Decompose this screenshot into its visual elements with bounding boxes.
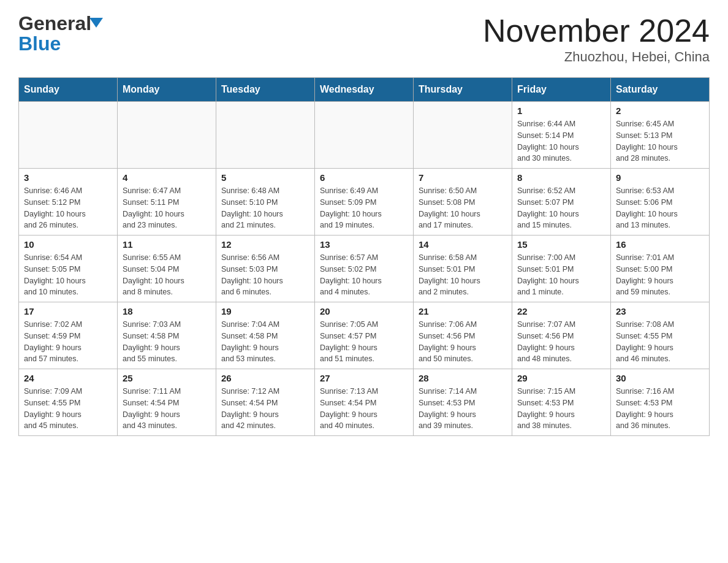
weekday-header-wednesday: Wednesday bbox=[315, 78, 414, 102]
day-number: 14 bbox=[419, 239, 507, 250]
day-info: Sunrise: 6:48 AM Sunset: 5:10 PM Dayligh… bbox=[221, 185, 309, 231]
day-number: 3 bbox=[24, 172, 112, 183]
day-info: Sunrise: 6:46 AM Sunset: 5:12 PM Dayligh… bbox=[24, 185, 112, 231]
day-info: Sunrise: 7:00 AM Sunset: 5:01 PM Dayligh… bbox=[517, 252, 605, 298]
day-number: 9 bbox=[616, 172, 704, 183]
day-number: 10 bbox=[24, 239, 112, 250]
calendar-title-block: November 2024 Zhuozhou, Hebei, China bbox=[483, 12, 710, 65]
day-number: 21 bbox=[419, 306, 507, 316]
day-number: 29 bbox=[517, 373, 605, 383]
day-number: 23 bbox=[616, 306, 704, 316]
day-number: 22 bbox=[517, 306, 605, 316]
day-number: 19 bbox=[221, 306, 309, 316]
day-info: Sunrise: 7:01 AM Sunset: 5:00 PM Dayligh… bbox=[616, 252, 704, 298]
calendar-cell: 16Sunrise: 7:01 AM Sunset: 5:00 PM Dayli… bbox=[611, 236, 710, 302]
day-number: 2 bbox=[616, 105, 704, 116]
week-row-3: 10Sunrise: 6:54 AM Sunset: 5:05 PM Dayli… bbox=[19, 236, 710, 302]
calendar-cell: 9Sunrise: 6:53 AM Sunset: 5:06 PM Daylig… bbox=[611, 169, 710, 236]
weekday-header-thursday: Thursday bbox=[414, 78, 512, 102]
calendar-cell: 14Sunrise: 6:58 AM Sunset: 5:01 PM Dayli… bbox=[414, 236, 512, 302]
day-number: 13 bbox=[320, 239, 408, 250]
day-number: 7 bbox=[419, 172, 507, 183]
day-number: 28 bbox=[419, 373, 507, 383]
day-number: 17 bbox=[24, 306, 112, 316]
calendar-cell: 1Sunrise: 6:44 AM Sunset: 5:14 PM Daylig… bbox=[512, 102, 611, 169]
calendar-cell: 23Sunrise: 7:08 AM Sunset: 4:55 PM Dayli… bbox=[611, 302, 710, 369]
calendar-cell: 8Sunrise: 6:52 AM Sunset: 5:07 PM Daylig… bbox=[512, 169, 611, 236]
logo-general-text: General bbox=[18, 12, 91, 35]
calendar-cell bbox=[315, 102, 414, 169]
day-info: Sunrise: 7:09 AM Sunset: 4:55 PM Dayligh… bbox=[24, 386, 112, 432]
calendar-cell: 29Sunrise: 7:15 AM Sunset: 4:53 PM Dayli… bbox=[512, 369, 611, 436]
calendar-cell: 6Sunrise: 6:49 AM Sunset: 5:09 PM Daylig… bbox=[315, 169, 414, 236]
day-info: Sunrise: 6:45 AM Sunset: 5:13 PM Dayligh… bbox=[616, 118, 704, 164]
day-info: Sunrise: 7:02 AM Sunset: 4:59 PM Dayligh… bbox=[24, 319, 112, 365]
day-info: Sunrise: 6:47 AM Sunset: 5:11 PM Dayligh… bbox=[123, 185, 211, 231]
logo-blue-text: Blue bbox=[18, 33, 61, 55]
weekday-header-monday: Monday bbox=[118, 78, 216, 102]
day-info: Sunrise: 7:16 AM Sunset: 4:53 PM Dayligh… bbox=[616, 386, 704, 432]
calendar-subtitle: Zhuozhou, Hebei, China bbox=[483, 49, 710, 65]
day-number: 6 bbox=[320, 172, 408, 183]
calendar-cell: 28Sunrise: 7:14 AM Sunset: 4:53 PM Dayli… bbox=[414, 369, 512, 436]
day-number: 24 bbox=[24, 373, 112, 383]
day-info: Sunrise: 7:07 AM Sunset: 4:56 PM Dayligh… bbox=[517, 319, 605, 365]
day-info: Sunrise: 7:14 AM Sunset: 4:53 PM Dayligh… bbox=[419, 386, 507, 432]
day-number: 1 bbox=[517, 105, 605, 116]
day-info: Sunrise: 6:58 AM Sunset: 5:01 PM Dayligh… bbox=[419, 252, 507, 298]
day-info: Sunrise: 7:06 AM Sunset: 4:56 PM Dayligh… bbox=[419, 319, 507, 365]
calendar-cell: 2Sunrise: 6:45 AM Sunset: 5:13 PM Daylig… bbox=[611, 102, 710, 169]
calendar-cell: 26Sunrise: 7:12 AM Sunset: 4:54 PM Dayli… bbox=[216, 369, 315, 436]
day-info: Sunrise: 7:12 AM Sunset: 4:54 PM Dayligh… bbox=[221, 386, 309, 432]
calendar-cell: 12Sunrise: 6:56 AM Sunset: 5:03 PM Dayli… bbox=[216, 236, 315, 302]
day-info: Sunrise: 6:57 AM Sunset: 5:02 PM Dayligh… bbox=[320, 252, 408, 298]
day-info: Sunrise: 7:11 AM Sunset: 4:54 PM Dayligh… bbox=[123, 386, 211, 432]
calendar-cell bbox=[414, 102, 512, 169]
day-number: 30 bbox=[616, 373, 704, 383]
day-info: Sunrise: 7:08 AM Sunset: 4:55 PM Dayligh… bbox=[616, 319, 704, 365]
calendar-cell: 10Sunrise: 6:54 AM Sunset: 5:05 PM Dayli… bbox=[19, 236, 118, 302]
day-info: Sunrise: 7:15 AM Sunset: 4:53 PM Dayligh… bbox=[517, 386, 605, 432]
calendar-cell: 18Sunrise: 7:03 AM Sunset: 4:58 PM Dayli… bbox=[118, 302, 216, 369]
page-header: General Blue November 2024 Zhuozhou, Heb… bbox=[18, 12, 710, 65]
calendar-cell: 30Sunrise: 7:16 AM Sunset: 4:53 PM Dayli… bbox=[611, 369, 710, 436]
calendar-cell: 17Sunrise: 7:02 AM Sunset: 4:59 PM Dayli… bbox=[19, 302, 118, 369]
day-info: Sunrise: 6:54 AM Sunset: 5:05 PM Dayligh… bbox=[24, 252, 112, 298]
calendar-cell: 7Sunrise: 6:50 AM Sunset: 5:08 PM Daylig… bbox=[414, 169, 512, 236]
calendar-cell: 20Sunrise: 7:05 AM Sunset: 4:57 PM Dayli… bbox=[315, 302, 414, 369]
day-number: 5 bbox=[221, 172, 309, 183]
calendar-cell: 5Sunrise: 6:48 AM Sunset: 5:10 PM Daylig… bbox=[216, 169, 315, 236]
day-number: 25 bbox=[123, 373, 211, 383]
week-row-5: 24Sunrise: 7:09 AM Sunset: 4:55 PM Dayli… bbox=[19, 369, 710, 436]
day-number: 12 bbox=[221, 239, 309, 250]
week-row-1: 1Sunrise: 6:44 AM Sunset: 5:14 PM Daylig… bbox=[19, 102, 710, 169]
calendar-cell: 24Sunrise: 7:09 AM Sunset: 4:55 PM Dayli… bbox=[19, 369, 118, 436]
day-info: Sunrise: 7:04 AM Sunset: 4:58 PM Dayligh… bbox=[221, 319, 309, 365]
calendar-cell: 27Sunrise: 7:13 AM Sunset: 4:54 PM Dayli… bbox=[315, 369, 414, 436]
day-info: Sunrise: 6:52 AM Sunset: 5:07 PM Dayligh… bbox=[517, 185, 605, 231]
calendar-cell: 15Sunrise: 7:00 AM Sunset: 5:01 PM Dayli… bbox=[512, 236, 611, 302]
day-info: Sunrise: 7:13 AM Sunset: 4:54 PM Dayligh… bbox=[320, 386, 408, 432]
day-number: 8 bbox=[517, 172, 605, 183]
calendar-cell bbox=[19, 102, 118, 169]
calendar-cell: 19Sunrise: 7:04 AM Sunset: 4:58 PM Dayli… bbox=[216, 302, 315, 369]
calendar-cell: 25Sunrise: 7:11 AM Sunset: 4:54 PM Dayli… bbox=[118, 369, 216, 436]
calendar-cell: 21Sunrise: 7:06 AM Sunset: 4:56 PM Dayli… bbox=[414, 302, 512, 369]
day-info: Sunrise: 6:55 AM Sunset: 5:04 PM Dayligh… bbox=[123, 252, 211, 298]
calendar-cell: 13Sunrise: 6:57 AM Sunset: 5:02 PM Dayli… bbox=[315, 236, 414, 302]
day-number: 11 bbox=[123, 239, 211, 250]
day-info: Sunrise: 6:56 AM Sunset: 5:03 PM Dayligh… bbox=[221, 252, 309, 298]
logo-chevron-icon bbox=[89, 18, 103, 28]
calendar-cell: 3Sunrise: 6:46 AM Sunset: 5:12 PM Daylig… bbox=[19, 169, 118, 236]
day-number: 20 bbox=[320, 306, 408, 316]
calendar-cell: 22Sunrise: 7:07 AM Sunset: 4:56 PM Dayli… bbox=[512, 302, 611, 369]
weekday-header-sunday: Sunday bbox=[19, 78, 118, 102]
day-number: 26 bbox=[221, 373, 309, 383]
day-number: 15 bbox=[517, 239, 605, 250]
weekday-header-friday: Friday bbox=[512, 78, 611, 102]
day-info: Sunrise: 6:49 AM Sunset: 5:09 PM Dayligh… bbox=[320, 185, 408, 231]
day-info: Sunrise: 6:53 AM Sunset: 5:06 PM Dayligh… bbox=[616, 185, 704, 231]
calendar-table: SundayMondayTuesdayWednesdayThursdayFrid… bbox=[18, 77, 710, 436]
weekday-header-saturday: Saturday bbox=[611, 78, 710, 102]
calendar-cell bbox=[118, 102, 216, 169]
